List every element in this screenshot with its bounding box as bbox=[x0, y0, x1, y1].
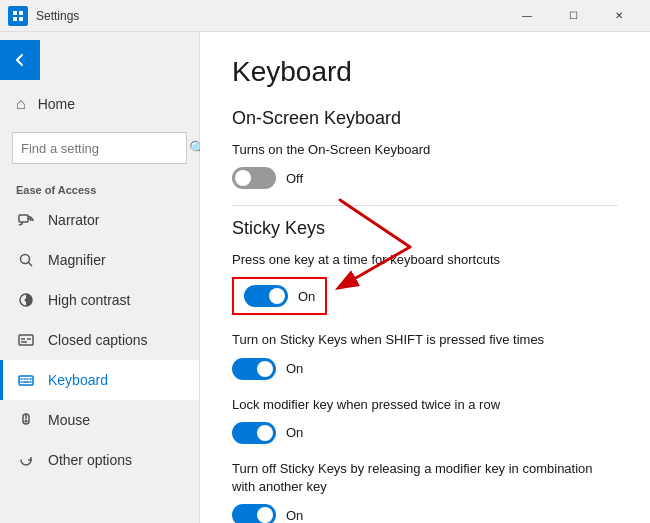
keyboard-icon bbox=[16, 370, 36, 390]
home-icon: ⌂ bbox=[16, 95, 26, 113]
sidebar-item-magnifier[interactable]: Magnifier bbox=[0, 240, 199, 280]
toggle-knob-2 bbox=[257, 361, 273, 377]
sticky-keys-toggle-3[interactable] bbox=[232, 422, 276, 444]
window-title: Settings bbox=[36, 9, 504, 23]
sidebar-item-narrator[interactable]: Narrator bbox=[0, 200, 199, 240]
high-contrast-label: High contrast bbox=[48, 292, 130, 308]
title-bar: Settings — ☐ ✕ bbox=[0, 0, 650, 32]
sticky-keys-description-1: Press one key at a time for keyboard sho… bbox=[232, 251, 618, 269]
app-container: ⌂ Home 🔍 Ease of Access Narrator bbox=[0, 32, 650, 523]
onscreen-keyboard-toggle[interactable] bbox=[232, 167, 276, 189]
search-box[interactable]: 🔍 bbox=[12, 132, 187, 164]
sidebar-item-closed-captions[interactable]: Closed captions bbox=[0, 320, 199, 360]
mouse-label: Mouse bbox=[48, 412, 90, 428]
sticky-keys-toggle-row-4: On bbox=[232, 504, 618, 523]
other-options-icon bbox=[16, 450, 36, 470]
sticky-keys-toggle-label-4: On bbox=[286, 508, 303, 523]
sticky-keys-setting-1: Press one key at a time for keyboard sho… bbox=[232, 251, 618, 315]
toggle-knob-1 bbox=[269, 288, 285, 304]
onscreen-keyboard-description: Turns on the On-Screen Keyboard bbox=[232, 141, 618, 159]
svg-point-23 bbox=[25, 420, 27, 422]
sidebar-item-keyboard[interactable]: Keyboard bbox=[0, 360, 199, 400]
app-icon bbox=[8, 6, 28, 26]
svg-rect-9 bbox=[19, 335, 33, 345]
sidebar-item-mouse[interactable]: Mouse bbox=[0, 400, 199, 440]
keyboard-label: Keyboard bbox=[48, 372, 108, 388]
svg-rect-1 bbox=[19, 11, 23, 15]
toggle-knob-4 bbox=[257, 507, 273, 523]
sticky-keys-description-2: Turn on Sticky Keys when SHIFT is presse… bbox=[232, 331, 618, 349]
sticky-keys-toggle-label-3: On bbox=[286, 425, 303, 440]
sticky-keys-toggle-label-1: On bbox=[298, 289, 315, 304]
sticky-keys-setting-3: Lock modifier key when pressed twice in … bbox=[232, 396, 618, 444]
svg-rect-3 bbox=[19, 17, 23, 21]
minimize-button[interactable]: — bbox=[504, 0, 550, 32]
svg-rect-13 bbox=[19, 376, 33, 385]
closed-captions-icon bbox=[16, 330, 36, 350]
svg-line-6 bbox=[29, 263, 33, 267]
divider bbox=[232, 205, 618, 206]
sidebar-item-high-contrast[interactable]: High contrast bbox=[0, 280, 199, 320]
mouse-icon bbox=[16, 410, 36, 430]
sidebar: ⌂ Home 🔍 Ease of Access Narrator bbox=[0, 32, 200, 523]
sticky-keys-toggle-row-2: On bbox=[232, 358, 618, 380]
high-contrast-icon bbox=[16, 290, 36, 310]
sticky-keys-title: Sticky Keys bbox=[232, 218, 618, 239]
sticky-keys-toggle-2[interactable] bbox=[232, 358, 276, 380]
on-screen-keyboard-title: On-Screen Keyboard bbox=[232, 108, 618, 129]
sticky-keys-toggle-row-3: On bbox=[232, 422, 618, 444]
back-button[interactable] bbox=[0, 40, 40, 80]
sticky-keys-toggle-label-2: On bbox=[286, 361, 303, 376]
onscreen-keyboard-toggle-row: Off bbox=[232, 167, 618, 189]
svg-point-8 bbox=[25, 299, 28, 302]
svg-rect-2 bbox=[13, 17, 17, 21]
other-options-label: Other options bbox=[48, 452, 132, 468]
toggle-knob-3 bbox=[257, 425, 273, 441]
sidebar-item-other-options[interactable]: Other options bbox=[0, 440, 199, 480]
svg-rect-4 bbox=[19, 215, 28, 222]
closed-captions-label: Closed captions bbox=[48, 332, 148, 348]
home-nav-item[interactable]: ⌂ Home bbox=[0, 84, 199, 124]
narrator-icon bbox=[16, 210, 36, 230]
onscreen-keyboard-toggle-label: Off bbox=[286, 171, 303, 186]
svg-point-5 bbox=[21, 255, 30, 264]
sticky-keys-setting-2: Turn on Sticky Keys when SHIFT is presse… bbox=[232, 331, 618, 379]
home-label: Home bbox=[38, 96, 75, 112]
window-controls: — ☐ ✕ bbox=[504, 0, 642, 32]
sticky-keys-setting-4: Turn off Sticky Keys by releasing a modi… bbox=[232, 460, 618, 523]
sticky-keys-toggle-4[interactable] bbox=[232, 504, 276, 523]
sticky-keys-description-4: Turn off Sticky Keys by releasing a modi… bbox=[232, 460, 618, 496]
maximize-button[interactable]: ☐ bbox=[550, 0, 596, 32]
narrator-label: Narrator bbox=[48, 212, 99, 228]
toggle-knob bbox=[235, 170, 251, 186]
magnifier-icon bbox=[16, 250, 36, 270]
svg-rect-0 bbox=[13, 11, 17, 15]
content-area: Keyboard On-Screen Keyboard Turns on the… bbox=[200, 32, 650, 523]
search-input[interactable] bbox=[21, 141, 189, 156]
sticky-keys-highlighted-row: On bbox=[232, 277, 327, 315]
close-button[interactable]: ✕ bbox=[596, 0, 642, 32]
sticky-keys-toggle-1[interactable] bbox=[244, 285, 288, 307]
page-title: Keyboard bbox=[232, 56, 618, 88]
magnifier-label: Magnifier bbox=[48, 252, 106, 268]
sticky-keys-description-3: Lock modifier key when pressed twice in … bbox=[232, 396, 618, 414]
sidebar-section-label: Ease of Access bbox=[0, 172, 199, 200]
onscreen-keyboard-setting: Turns on the On-Screen Keyboard Off bbox=[232, 141, 618, 189]
